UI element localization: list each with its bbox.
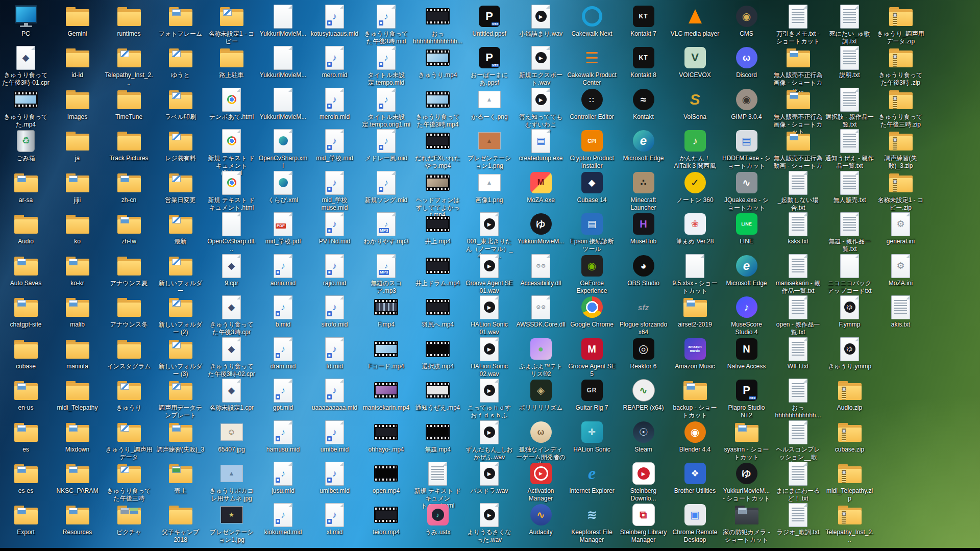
- desktop-icon[interactable]: ◆ きゅうり食ってた午後3時-01.cpr: [1, 44, 51, 85]
- desktop-icon[interactable]: ❖ Brother Utilities: [670, 460, 720, 501]
- desktop-icon[interactable]: 万引きメモ.txt - ショートカット: [773, 3, 823, 44]
- desktop-icon[interactable]: S VoiSona: [670, 86, 720, 127]
- desktop-icon[interactable]: 9.5.xlsx - ショートカット: [670, 253, 720, 293]
- desktop-icon[interactable]: レジ袋有料: [156, 128, 205, 168]
- desktop-icon[interactable]: おっhhhhhhhhhhhh...: [773, 377, 823, 418]
- desktop-icon[interactable]: ohhayo-.mp4: [361, 419, 411, 460]
- desktop-icon[interactable]: e Microsoft Edge: [722, 253, 771, 293]
- desktop-icon[interactable]: ar-sa: [1, 169, 51, 210]
- desktop-icon[interactable]: maniuta: [53, 336, 102, 377]
- desktop-icon[interactable]: :: Controller Editor: [567, 86, 617, 127]
- desktop-icon[interactable]: es-es: [1, 460, 51, 501]
- desktop-icon[interactable]: 売上: [156, 460, 205, 501]
- desktop-icon[interactable]: Cakewalk Next: [567, 3, 617, 44]
- desktop-icon[interactable]: ♪■ gpt.mid: [258, 377, 308, 418]
- desktop-icon[interactable]: manisekarin - 親作品一覧.txt: [773, 253, 823, 293]
- desktop-icon[interactable]: ♪■ PVTNd.mid: [310, 211, 359, 252]
- desktop-icon[interactable]: きゅうり食ってた.mp4: [1, 86, 51, 127]
- desktop-icon[interactable]: ▲ かるーく.png: [464, 86, 514, 127]
- desktop-icon[interactable]: midi_Telepathy: [53, 377, 102, 418]
- desktop-icon[interactable]: ◈ ポリリリリズム: [516, 377, 566, 418]
- desktop-icon[interactable]: ≋ Keepforest File Manager: [567, 502, 617, 542]
- desktop-icon[interactable]: Auto Saves: [1, 253, 51, 293]
- desktop-icon[interactable]: ◆ Cubase 14: [567, 169, 617, 210]
- desktop-icon[interactable]: きゅうり: [104, 377, 154, 418]
- desktop-icon[interactable]: jijii: [53, 169, 102, 210]
- desktop-icon[interactable]: 無人販売不正行為 動画 - ショートカット: [773, 128, 823, 168]
- desktop-icon[interactable]: ☰ Cakewalk Product Center: [567, 44, 617, 85]
- desktop-icon[interactable]: open - 親作品一覧.txt: [773, 294, 823, 335]
- desktop-icon[interactable]: zh-cn: [104, 169, 154, 210]
- desktop-icon[interactable]: teion.mp4: [361, 502, 411, 542]
- desktop-icon[interactable]: Track Pictures: [104, 128, 154, 168]
- desktop-icon[interactable]: LINE LINE: [722, 211, 771, 252]
- desktop-icon[interactable]: ♪■ umibet.mid: [310, 460, 359, 501]
- desktop-icon[interactable]: Audio.zip: [825, 377, 874, 418]
- desktop-icon[interactable]: H MuseHub: [619, 211, 668, 252]
- desktop-icon[interactable]: KT Kontakt 7: [619, 3, 668, 44]
- desktop-icon[interactable]: 名称未設定1 - コピー.zip: [876, 169, 925, 210]
- desktop-icon[interactable]: ● ぷよぷよ™テトリス®2: [516, 336, 566, 377]
- desktop-icon[interactable]: 新しいフォルダー: [156, 253, 205, 293]
- desktop-icon[interactable]: F.mp4: [361, 294, 411, 335]
- desktop-icon[interactable]: テンポあて.html: [207, 86, 256, 127]
- desktop-icon[interactable]: きゅうり食ってた午後3時 .zip: [876, 44, 925, 85]
- desktop-icon[interactable]: Google Chrome: [567, 294, 617, 335]
- desktop-icon[interactable]: 井上.mp4: [413, 211, 462, 252]
- desktop-icon[interactable]: ▶ こってゅｈｄすおｆｄｓｂふぉ.wav: [464, 377, 514, 418]
- desktop-icon[interactable]: ▲ きゅうりボカコレ用サムネ.jpg: [207, 460, 256, 501]
- desktop-icon[interactable]: ▶ 新規エクスポート.wav: [516, 44, 566, 85]
- desktop-icon[interactable]: ▶ ずんだもん_しおかぜふ.wav: [464, 419, 514, 460]
- desktop-icon[interactable]: chatgpt-site: [1, 294, 51, 335]
- desktop-icon[interactable]: GR Guitar Rig 7: [567, 377, 617, 418]
- desktop-icon[interactable]: 調声用データテンプレート: [156, 377, 205, 418]
- desktop-icon[interactable]: ♪■ uaaaaaaaaa.mid: [310, 377, 359, 418]
- desktop-icon[interactable]: くらび.xml: [258, 169, 308, 210]
- desktop-icon[interactable]: ♪ うみ.ustx: [413, 502, 462, 542]
- desktop-icon[interactable]: Telepathy_Inst_2...: [104, 44, 154, 85]
- desktop-icon[interactable]: ♪■ umibe.mid: [310, 419, 359, 460]
- desktop-icon[interactable]: ✓ ノートン 360: [670, 169, 720, 210]
- desktop-icon[interactable]: ▶ 答え知っててもむずいわこれ.wav: [516, 86, 566, 127]
- desktop-icon[interactable]: ◉ GeForce Experience: [567, 253, 617, 293]
- desktop-icon[interactable]: manisekarin.mp4: [361, 377, 411, 418]
- desktop-icon[interactable]: ♪■ meroin.mid: [310, 86, 359, 127]
- desktop-icon[interactable]: ♪■ きゅうり食ってた午後3時.mid: [361, 3, 411, 44]
- desktop-icon[interactable]: PC: [1, 3, 51, 44]
- desktop-icon[interactable]: PNT2 おーばーまにあ.ppsf: [464, 44, 514, 85]
- desktop-icon[interactable]: ∿ REAPER (x64): [619, 377, 668, 418]
- desktop-icon[interactable]: ∴ Minecraft Launcher: [619, 169, 668, 210]
- desktop-icon[interactable]: 新規 テキスト ドキュメント (2).html: [207, 128, 256, 168]
- desktop-icon[interactable]: ゆ F.ymmp: [825, 294, 874, 335]
- desktop-icon[interactable]: ◆ きゅうり食ってた午後3時.cpr: [207, 294, 256, 335]
- desktop-icon[interactable]: ja: [53, 128, 102, 168]
- desktop-icon[interactable]: インスタグラム: [104, 336, 154, 377]
- desktop-icon[interactable]: ♪■ タイトル未設定.tempo.mid: [361, 44, 411, 85]
- desktop-icon[interactable]: id-id: [53, 44, 102, 85]
- desktop-icon[interactable]: ko-kr: [53, 253, 102, 293]
- desktop-icon[interactable]: ▶ 小銭詰まり.wav: [516, 3, 566, 44]
- desktop-icon[interactable]: ⧉ Steinberg Library Manager: [619, 502, 668, 542]
- desktop-icon[interactable]: KT Kontakt 8: [619, 44, 668, 85]
- desktop-icon[interactable]: ★ プレゼンテーション1.jpg: [207, 502, 256, 542]
- desktop-icon[interactable]: ◆ きゅうり食ってた午後3時-02.cpr: [207, 336, 256, 377]
- desktop-icon[interactable]: 父子キャンプ2018: [156, 502, 205, 542]
- desktop-icon[interactable]: ♪■ タイトル未設定.tempo.orig1.mid: [361, 86, 411, 127]
- desktop-icon[interactable]: 死にたい_ゅ歌詞.txt: [825, 3, 874, 44]
- desktop-icon[interactable]: ♪■ rajio.mid: [310, 253, 359, 293]
- desktop-icon[interactable]: ☉ Steam: [619, 419, 668, 460]
- desktop-icon[interactable]: 新規 テキスト ドキュメント.musicxml: [413, 460, 462, 501]
- desktop-icon[interactable]: ▶ HALion Sonic 01.wav: [464, 294, 514, 335]
- desktop-icon[interactable]: ▶ バスドラ.wav: [464, 460, 514, 501]
- desktop-icon[interactable]: OpenCvSharp.xml: [258, 128, 308, 168]
- desktop-icon[interactable]: ♪■ mid_学校.mid: [310, 128, 359, 168]
- desktop-icon[interactable]: 営業日変更: [156, 169, 205, 210]
- desktop-icon[interactable]: まにまにわーるど！.txt: [773, 460, 823, 501]
- desktop-icon[interactable]: ◉ Blender 4.4: [670, 419, 720, 460]
- desktop-icon[interactable]: ゆ YukkuriMovieM...: [516, 211, 566, 252]
- desktop-icon[interactable]: 無題.mp4: [413, 419, 462, 460]
- desktop-icon[interactable]: きゅうり_調声用データ.zip: [876, 3, 925, 44]
- desktop-icon[interactable]: Images: [53, 86, 102, 127]
- desktop-icon[interactable]: ⚙ MoZA.ini: [876, 253, 925, 293]
- desktop-icon[interactable]: open.mp4: [361, 460, 411, 501]
